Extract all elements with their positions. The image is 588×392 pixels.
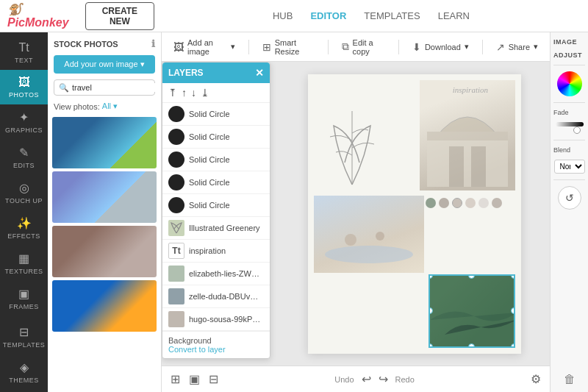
trash-icon[interactable]: 🗑 [564, 373, 576, 386]
layer-bring-front-btn[interactable]: ⤒ [168, 87, 177, 99]
sidebar-label-templates: TEMPLATES [3, 341, 45, 349]
svg-point-5 [345, 234, 356, 246]
add-image-icon: 🖼 [173, 41, 184, 53]
canvas-container[interactable]: LAYERS ✕ ⤒ ↑ ↓ ⤓ Solid Circle S [162, 62, 550, 366]
layer-name-1: Solid Circle [189, 110, 264, 118]
photo-item-1[interactable] [52, 117, 157, 168]
grid-view-icon[interactable]: ▣ [189, 372, 200, 386]
layer-name-img2: zelle-duda-DBUvQCYN... [189, 292, 264, 301]
undo-label: Undo [334, 375, 354, 384]
photos-header: STOCK PHOTOS ℹ [48, 32, 161, 52]
layers-title: LAYERS [168, 68, 204, 78]
layer-thumb-img3 [168, 311, 184, 327]
layer-item[interactable]: Tt inspiration [162, 240, 270, 263]
selection-handle-ml [429, 307, 433, 314]
photos-title: STOCK PHOTOS [54, 40, 118, 49]
undo-icon[interactable]: ↩ [362, 372, 371, 386]
blend-label: Blend [553, 146, 570, 154]
photo-item-2[interactable] [52, 171, 157, 223]
layer-name-text: inspiration [189, 246, 264, 255]
bottom-bar-left: ⊞ ▣ ⊟ [171, 372, 218, 386]
layer-thumb-circle-2 [168, 129, 184, 145]
color-dot-2 [439, 198, 449, 208]
layers-toggle-icon[interactable]: ⊞ [171, 372, 180, 386]
redo-icon[interactable]: ↪ [379, 372, 388, 386]
layer-item[interactable]: Solid Circle [162, 126, 270, 149]
layer-up-btn[interactable]: ↑ [182, 87, 187, 99]
layer-item[interactable]: Solid Circle [162, 103, 270, 126]
settings-icon[interactable]: ⚙ [531, 372, 541, 386]
layer-item[interactable]: zelle-duda-DBUvQCYN... [162, 285, 270, 308]
sidebar-item-text[interactable]: Tt TEXT [0, 35, 48, 70]
view-photos-filter-value[interactable]: All ▾ [102, 101, 118, 111]
top-nav: 🐒 PicMonkey CREATE NEW HUB EDITOR TEMPLA… [0, 0, 588, 32]
blend-select[interactable]: Nor Mul Scr [554, 160, 585, 174]
search-box: 🔍 ✕ [54, 79, 155, 96]
undo-circular-btn[interactable]: ↺ [558, 186, 581, 210]
color-dots [426, 198, 514, 208]
nav-editor[interactable]: EDITOR [310, 10, 346, 21]
edit-copy-btn[interactable]: ⧉ Edit a copy [337, 35, 390, 59]
sidebar-item-effects[interactable]: ✨ EFFECTS [0, 210, 48, 246]
layer-item[interactable]: Illustrated Greenery [162, 217, 270, 240]
bottom-bar: ⊞ ▣ ⊟ Undo ↩ ↪ Redo ⚙ [162, 366, 550, 392]
add-image-toolbar-btn[interactable]: 🖼 Add an image ▾ [169, 35, 240, 59]
layer-item[interactable]: Solid Circle [162, 171, 270, 194]
download-label: Download [425, 43, 461, 51]
sidebar-item-edits[interactable]: ✎ EDITS [0, 140, 48, 175]
duplicate-icon[interactable]: ⊟ [209, 372, 218, 386]
layer-item[interactable]: elizabeth-lies-ZWPerNl... [162, 263, 270, 285]
beach-image [314, 196, 424, 273]
sidebar-item-themes[interactable]: ◈ THEMES [0, 354, 48, 390]
nav-hub[interactable]: HUB [273, 10, 293, 21]
sidebar-item-frames[interactable]: ▣ FRAMES [0, 281, 48, 316]
templates-icon: ⊟ [19, 325, 29, 339]
selection-handle-br [511, 343, 515, 348]
layer-send-back-btn[interactable]: ⤓ [201, 87, 209, 99]
sidebar-item-textures[interactable]: ▦ TEXTURES [0, 246, 48, 281]
share-btn[interactable]: ↗ Share ▾ [492, 38, 542, 56]
layers-panel: LAYERS ✕ ⤒ ↑ ↓ ⤓ Solid Circle S [162, 62, 270, 359]
selection-handle-mr [511, 307, 515, 314]
textures-icon: ▦ [18, 252, 29, 266]
effects-icon: ✨ [17, 216, 32, 230]
color-dot-3 [452, 198, 462, 208]
layer-name-greenery: Illustrated Greenery [189, 224, 264, 232]
download-btn[interactable]: ⬇ Download ▾ [408, 38, 473, 56]
svg-rect-3 [427, 132, 508, 140]
sidebar-item-graphics[interactable]: ✦ GRAPHICS [0, 104, 48, 140]
sidebar-item-touchup[interactable]: ◎ TOUCH UP [0, 175, 48, 210]
nav-learn[interactable]: LEARN [438, 10, 470, 21]
photo-item-3[interactable] [52, 226, 157, 277]
layer-item[interactable]: Solid Circle [162, 194, 270, 217]
sidebar-item-templates[interactable]: ⊟ TEMPLATES [0, 319, 48, 354]
layers-toolbar: ⤒ ↑ ↓ ⤓ [162, 83, 270, 103]
color-wheel[interactable] [557, 71, 582, 96]
create-new-button[interactable]: CREATE NEW [85, 2, 154, 30]
canvas[interactable]: inspiration [308, 74, 521, 354]
layer-item[interactable]: hugo-sousa-99kPPJPed... [162, 308, 270, 331]
redo-label: Redo [395, 375, 415, 384]
convert-to-layer-link[interactable]: Convert to layer [168, 345, 226, 354]
info-icon[interactable]: ℹ [151, 38, 155, 49]
layer-item[interactable]: Solid Circle [162, 149, 270, 171]
search-input[interactable] [72, 83, 162, 92]
layers-close-button[interactable]: ✕ [255, 67, 264, 79]
rp-divider-1 [553, 65, 585, 65]
add-image-button[interactable]: Add your own image ▾ [54, 55, 155, 74]
fade-slider[interactable] [556, 122, 584, 126]
download-icon: ⬇ [412, 41, 421, 53]
sidebar-label-touchup: TOUCH UP [5, 197, 43, 204]
nav-templates[interactable]: TEMPLATES [364, 10, 420, 21]
smart-resize-btn[interactable]: ⊞ Smart Resize [258, 35, 319, 59]
fade-slider-thumb[interactable] [573, 126, 581, 134]
layer-thumb-img1 [168, 266, 184, 282]
layer-name-img1: elizabeth-lies-ZWPerNl... [189, 269, 264, 278]
sidebar-item-photos[interactable]: 🖼 PHOTOS [0, 70, 48, 104]
toolbar-divider-1 [248, 40, 249, 54]
selected-image[interactable] [429, 274, 515, 348]
photo-item-4[interactable] [52, 280, 157, 332]
layer-down-btn[interactable]: ↓ [191, 87, 196, 99]
leaf-illustration [315, 96, 389, 192]
sidebar-label-frames: FRAMES [9, 303, 39, 310]
